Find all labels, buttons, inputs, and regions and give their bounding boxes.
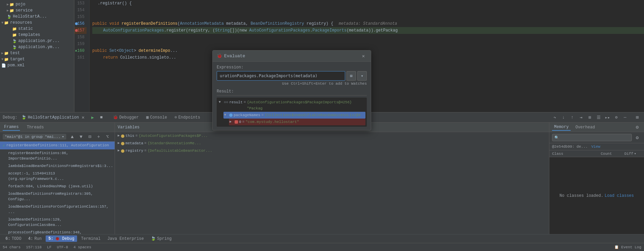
frames-add-btn[interactable]: + (95, 133, 103, 141)
line-160: 160 ▲ (74, 47, 87, 54)
memory-settings-btn[interactable]: ⚙ (633, 123, 641, 131)
debug-tab[interactable]: 5: 🐞 Debug (46, 235, 77, 242)
tree-item-label: pom.xml (7, 63, 24, 68)
no-classes-msg: No classes loaded. (559, 193, 603, 198)
result-row-0[interactable]: ▶ 0 = "com.mystudy.hellostart" (229, 119, 365, 125)
tree-item-resources[interactable]: ▼ 📁 resources (0, 20, 74, 26)
expr-expand-btn[interactable]: ⊞ (347, 71, 356, 81)
tree-item-label: test (10, 51, 20, 56)
minimize-btn[interactable]: — (621, 113, 629, 122)
step-into-btn[interactable]: ↓ (559, 113, 568, 122)
chevron-down-icon: ▼ (1, 21, 3, 25)
char-count: 54 chars (3, 245, 21, 249)
view-link[interactable]: View (591, 145, 600, 149)
memory-tab[interactable]: Memory (552, 124, 571, 131)
console-tab[interactable]: ▦ Console (143, 113, 171, 121)
var-item-metadata[interactable]: ▶ metadata = {StandardAnnotationMe... (115, 140, 549, 147)
tree-item-test[interactable]: ▶ 📁 test (0, 50, 74, 56)
chevron-icon: ▶ (1, 51, 3, 55)
memory-toolbar: ⚙ (549, 132, 644, 143)
memory-gear-btn[interactable]: ⚙ (633, 133, 641, 142)
dialog-icon: 🐞 (217, 53, 222, 59)
step-over-btn[interactable]: ↷ (551, 113, 559, 122)
debug-app[interactable]: 🍃 HelloStartApplication ✕ (21, 114, 85, 120)
step-out-btn[interactable]: ↑ (568, 113, 576, 122)
variables-list: ▶ this = {AutoConfigurationPackages$P...… (115, 132, 549, 234)
tree-item-app-yml[interactable]: 🍃 application.ym... (0, 44, 74, 50)
chevron-right-icon: ▶ (230, 119, 234, 125)
var-icon (121, 142, 124, 145)
frame-item[interactable]: ✓ registerBeanDefinitions:111, AutoConfi… (0, 142, 115, 149)
terminal-tab[interactable]: Terminal (78, 236, 103, 242)
expression-input[interactable] (217, 71, 345, 81)
more-btn[interactable]: ▸▸ (603, 113, 612, 122)
debugger-tab[interactable]: 🐞 Debugger (110, 113, 142, 121)
expression-label: Expression: (217, 65, 367, 70)
evaluate-dialog[interactable]: 🐞 Evaluate ✕ Expression: ⊞ ▾ Use Ctrl+Sh… (212, 50, 371, 130)
frames-btn[interactable]: ☰ (595, 113, 603, 122)
frames-filter-btn[interactable]: ⊟ (86, 133, 94, 141)
frames-copy-btn[interactable]: ⌥ (103, 133, 112, 141)
tree-item-pojo[interactable]: ▶ 📁 pojo (0, 1, 74, 7)
overhead-tab[interactable]: Overhead (573, 124, 597, 130)
tree-item-app-props[interactable]: 🍃 application.pr... (0, 38, 74, 44)
code-line-157: AutoConfigurationPackages.register(regis… (92, 27, 644, 34)
dialog-close-btn[interactable]: ✕ (360, 53, 367, 59)
load-classes-btn[interactable]: Load classes (605, 193, 634, 198)
var-item-this[interactable]: ▶ this = {AutoConfigurationPackages$P... (115, 132, 549, 140)
spring-icon: 🍃 (151, 236, 156, 241)
spring-tab[interactable]: 🍃 Spring (148, 235, 174, 242)
frame-item[interactable]: processConfigBeanDefinitions:348, Config… (0, 229, 115, 234)
frames-tab[interactable]: Frames (3, 124, 20, 131)
frame-item[interactable]: registerBeanDefinitions:86, ImportBeanDe… (0, 149, 115, 162)
expr-dropdown-btn[interactable]: ▾ (357, 71, 367, 81)
memory-header: Memory Overhead ⚙ (549, 123, 644, 132)
tree-item-pom[interactable]: 📄 pom.xml (0, 62, 74, 68)
frames-up-btn[interactable]: ▲ (68, 133, 76, 141)
dialog-title-bar[interactable]: 🐞 Evaluate ✕ (213, 50, 371, 62)
todo-tab[interactable]: 6: TODO (3, 236, 24, 242)
thread-selector[interactable]: *main*@1 in group *mai... ▾ (3, 134, 66, 140)
frame-label: processConfigBeanDefinitions:348, Config… (8, 230, 112, 234)
resume-btn[interactable]: ▶ (89, 113, 97, 122)
tree-item-static[interactable]: 📁 static (0, 26, 74, 32)
tree-item-label: resources (10, 20, 32, 25)
frame-item[interactable]: loadBeanDefinitionsFromRegistrars:395, C… (0, 190, 115, 203)
stop-btn[interactable]: ■ (97, 113, 105, 122)
folder-icon: 📁 (9, 2, 14, 7)
endpoints-tab[interactable]: ⊙ Endpoints (171, 113, 204, 121)
settings-btn[interactable]: ⚙ (612, 113, 620, 122)
memory-info: @2e54db99: de... (552, 145, 588, 149)
var-item-registry[interactable]: ▶ registry = {DefaultListableBeanFactor.… (115, 147, 549, 154)
evaluate-btn[interactable]: ⊞ (586, 113, 594, 122)
event-log[interactable]: 📋 Event Log (614, 245, 641, 249)
tree-item-target[interactable]: ▼ 📁 target (0, 56, 74, 62)
java-enterprise-label: Java Enterprise (107, 236, 144, 241)
memory-search[interactable] (552, 134, 632, 141)
line-157: 157 (74, 27, 87, 34)
frame-item[interactable]: loadBeanDefinitionsForConfigurationClass… (0, 203, 115, 216)
close-debug-tab[interactable]: ✕ (81, 114, 84, 120)
run-tab[interactable]: 4: Run (25, 236, 44, 242)
frame-item[interactable]: loadBeanDefinitions:129, ConfigurationCl… (0, 216, 115, 229)
threads-tab[interactable]: Threads (25, 124, 45, 130)
var-icon (229, 113, 233, 117)
tree-item-templates[interactable]: 📁 templates (0, 32, 74, 38)
line-159: 159 (74, 41, 87, 47)
cursor-position: 157:118 (26, 245, 42, 249)
frame-item[interactable]: lambda$loadBeanDefinitionsFromRegistrars… (0, 162, 115, 170)
frame-label: loadBeanDefinitions:129, ConfigurationCl… (8, 217, 112, 228)
frame-item[interactable]: forEach:684, LinkedHashMap (java.util) (0, 183, 115, 190)
variables-panel: Variables ▶ this = {AutoConfigurationPac… (115, 123, 549, 234)
frame-item[interactable]: accept:-1, 1154941313 (org.springframewo… (0, 170, 115, 183)
frame-label: loadBeanDefinitionsFromRegistrars:395, C… (8, 191, 112, 202)
result-row-packagenames[interactable]: ▼ packageNames = {Collections$Unmodifiab… (223, 112, 365, 119)
todo-label: TODO (11, 236, 21, 241)
tree-item-hellostart[interactable]: 🍃 HelloStartA... (0, 14, 74, 20)
run-to-cursor-btn[interactable]: ⇥ (577, 113, 585, 122)
layout-btn[interactable]: ⊞ (633, 113, 641, 122)
java-enterprise-tab[interactable]: Java Enterprise (104, 236, 146, 242)
frames-down-btn[interactable]: ▼ (77, 133, 85, 141)
result-row-result[interactable]: ▼ ○○ result = {AutoConfigurationPackages… (218, 99, 365, 112)
tree-item-service[interactable]: ▶ 📁 service (0, 7, 74, 14)
